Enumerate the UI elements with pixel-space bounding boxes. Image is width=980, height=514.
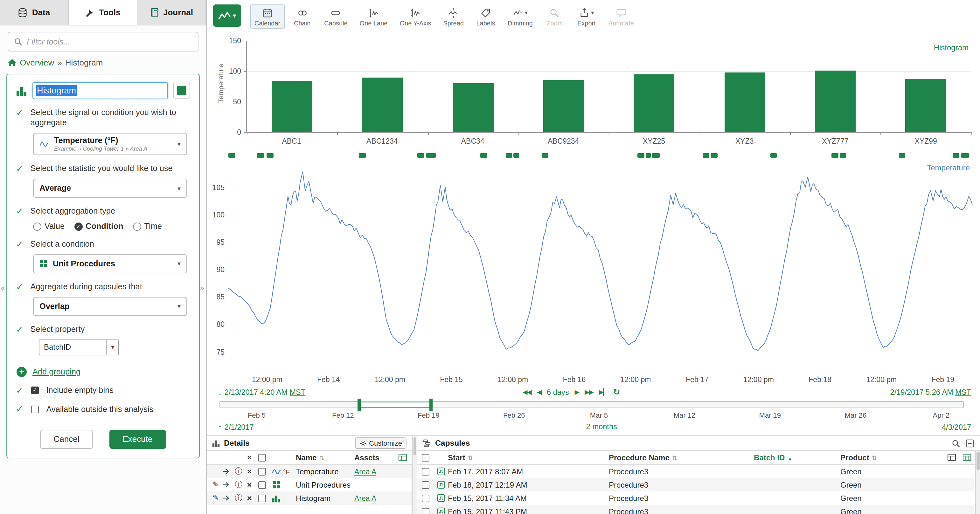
collapse-panel-icon[interactable] [966,439,974,447]
scrollbar-thumb[interactable] [414,437,416,455]
capsule-checkbox[interactable] [422,468,430,475]
toolbar-item-one-lane[interactable]: One Lane [355,5,392,29]
radio-time[interactable]: Time [133,222,162,231]
filter-tools-input[interactable] [27,37,192,46]
capsule-tick[interactable] [711,153,717,158]
customize-button[interactable]: Customize [355,437,407,449]
zoom-to-capsule-icon[interactable] [951,439,959,447]
histogram-bar[interactable] [543,81,584,132]
assets-column-header[interactable]: Assets [354,453,394,462]
remove-icon[interactable]: × [247,466,251,476]
display-range-start[interactable]: ↓ 2/13/2017 4:20 AM MST [218,388,305,397]
tab-data[interactable]: Data [0,0,69,25]
details-scrollbar[interactable] [412,436,417,514]
name-column-header[interactable]: Name⇅ [296,453,354,462]
step-back-fast-button[interactable]: ◀◀ [523,389,531,395]
property-select[interactable]: BatchID ▼ [39,339,119,355]
capsule-tick[interactable] [961,153,969,158]
asset-link[interactable]: Area A [354,468,376,475]
range-duration[interactable]: 6 days [547,387,569,397]
capsule-tick[interactable] [426,153,436,158]
histogram-bar[interactable] [905,79,946,132]
capsule-checkbox[interactable] [422,508,430,514]
signal-dropdown[interactable]: Temperature (°F)Example » Cooling Tower … [33,133,187,155]
investigate-range-end[interactable]: 4/3/2017 [942,423,971,432]
step-back-button[interactable]: ◀ [537,389,541,395]
capsule-tick[interactable] [418,153,424,158]
investigate-range-span[interactable]: 2 months [586,422,617,431]
batch-id-column-header[interactable]: Batch ID▲ [754,453,840,462]
toolbar-item-labels[interactable]: Labels [471,5,500,29]
collapse-panel-right-handle[interactable]: » [200,284,204,292]
statistic-dropdown[interactable]: Average ▾ [33,179,187,198]
row-checkbox[interactable] [258,494,266,502]
capsule-tick[interactable] [899,153,905,158]
capsule-tick[interactable] [513,153,519,158]
investigate-range-start[interactable]: ↑ 2/1/2017 [218,423,254,432]
capsule-tick[interactable] [703,153,709,158]
timeline-selection[interactable] [358,398,433,411]
info-icon[interactable]: ⓘ [234,481,243,489]
capsule-tick[interactable] [652,153,660,158]
overlap-dropdown[interactable]: Overlap ▾ [33,297,187,316]
toolbar-item-one-y-axis[interactable]: One Y-Axis [395,5,436,29]
capsule-checkbox[interactable] [422,494,430,502]
capsule-tick[interactable] [480,153,487,158]
toolbar-item-capsule[interactable]: Capsule [320,5,352,29]
radio-condition[interactable]: Condition [74,222,123,231]
cancel-button[interactable]: Cancel [40,430,93,449]
capsule-checkbox[interactable] [422,481,430,489]
send-to-trend-icon[interactable] [222,481,232,489]
include-empty-bins-checkbox[interactable] [31,387,38,395]
capsule-tick[interactable] [358,153,366,158]
toolbar-item-dimming[interactable]: ▾Dimming [503,5,537,29]
row-checkbox[interactable] [258,481,266,489]
histogram-bar[interactable] [724,73,765,132]
capsule-tick[interactable] [228,153,235,158]
color-swatch-button[interactable] [173,82,190,98]
select-all-capsules-checkbox[interactable] [422,454,430,461]
toolbar-item-spread[interactable]: Spread [439,5,468,29]
capsule-tick[interactable] [542,153,548,158]
home-icon[interactable] [8,59,16,67]
histogram-bar[interactable] [634,75,675,132]
remove-icon[interactable]: × [247,480,251,489]
breadcrumb-overview[interactable]: Overview [20,58,54,67]
display-range-end[interactable]: 2/19/2017 5:26 AM MST [890,388,971,397]
procedure-name-column-header[interactable]: Procedure Name⇅ [609,453,754,462]
capsule-tick[interactable] [953,153,959,158]
histogram-bar[interactable] [815,71,856,132]
edit-icon[interactable]: ✎ [210,494,221,502]
step-to-end-button[interactable]: ▶▏ [599,389,608,395]
display-range-end-tz[interactable]: MST [955,388,971,397]
histogram-bar[interactable] [453,83,494,132]
execute-button[interactable]: Execute [109,430,166,449]
send-to-trend-icon[interactable] [222,494,232,502]
toolbar-item-chain[interactable]: Chain [288,5,317,29]
capsule-tick[interactable] [645,153,651,158]
tab-journal[interactable]: Journal [137,0,206,25]
asset-link[interactable]: Area A [354,494,376,502]
product-column-header[interactable]: Product⇅ [840,453,929,462]
remove-icon[interactable]: × [247,493,251,503]
info-icon[interactable]: ⓘ [234,494,243,502]
remove-all-icon[interactable]: × [247,452,251,462]
row-checkbox[interactable] [258,468,266,475]
step-forward-fast-button[interactable]: ▶▶ [585,389,593,395]
available-outside-checkbox[interactable] [31,406,38,413]
radio-value[interactable]: Value [33,222,65,231]
info-icon[interactable]: ⓘ [234,467,243,476]
condition-dropdown[interactable]: Unit Procedures ▾ [33,254,187,273]
refresh-icon[interactable]: ↻ [613,387,620,397]
start-column-header[interactable]: Start⇅ [448,453,609,462]
display-range-start-tz[interactable]: MST [290,388,305,397]
capsule-tick[interactable] [638,153,644,158]
view-mode-dropdown-button[interactable]: ▾ [213,5,241,27]
histogram-name-input[interactable]: Histogram [32,82,168,99]
add-column-icon[interactable] [962,453,971,462]
column-settings-icon[interactable] [947,453,956,462]
add-grouping-plus-icon[interactable]: + [16,366,27,377]
select-all-checkbox[interactable] [258,454,266,461]
histogram-bar[interactable] [362,77,403,132]
toolbar-item-calendar[interactable]: Calendar [250,5,285,29]
